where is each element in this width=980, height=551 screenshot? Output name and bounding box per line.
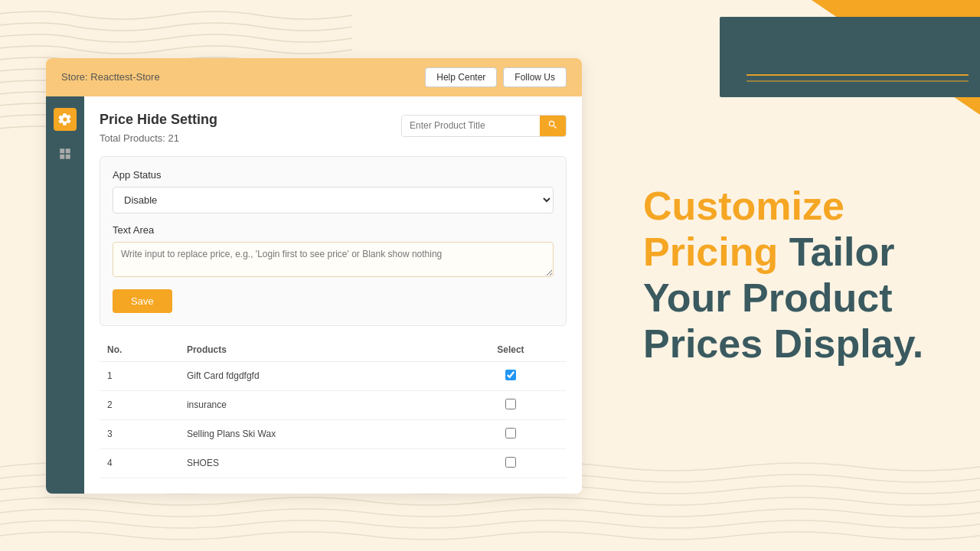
search-bar [401,115,567,137]
total-products: Total Products: 21 [100,132,217,144]
store-name: Store: Reacttest-Store [61,71,160,83]
table-cell-select [455,390,567,419]
product-checkbox[interactable] [505,370,516,380]
table-cell-product: Gift Card fdgdfgfd [179,361,455,390]
promo-line-3: Your Product [643,276,934,321]
help-center-button[interactable]: Help Center [425,67,497,87]
table-cell-select [455,419,567,448]
customize-headline: Customize Pricing Tailor Your Product Pr… [643,184,934,367]
col-header-no: No. [100,338,179,362]
text-area-input[interactable] [113,242,554,277]
follow-us-button[interactable]: Follow Us [503,67,567,87]
promo-highlight-1: Customize [643,184,844,228]
table-cell-no: 1 [100,361,179,390]
promo-highlight-2: Pricing [643,230,778,274]
table-cell-product: insurance [179,390,455,419]
col-header-products: Products [179,338,455,362]
promo-line-4: Prices Display. [643,321,934,367]
table-cell-no: 3 [100,419,179,448]
panel-body: Price Hide Setting Total Products: 21 [46,96,582,494]
sidebar [46,96,84,494]
header-buttons: Help Center Follow Us [425,67,567,87]
app-status-label: App Status [113,169,554,181]
search-input[interactable] [402,116,540,136]
panel-header: Store: Reacttest-Store Help Center Follo… [46,58,582,96]
table-cell-no: 2 [100,390,179,419]
products-table: No. Products Select 1Gift Card fdgdfgfd2… [100,338,567,478]
product-checkbox[interactable] [505,457,516,468]
promo-normal-2: Tailor [778,230,894,274]
panel-main: Price Hide Setting Total Products: 21 [84,96,582,494]
save-button[interactable]: Save [113,289,172,313]
table-cell-product: Selling Plans Ski Wax [179,419,455,448]
panel-title: Price Hide Setting [100,112,217,128]
settings-card: App Status Enable Disable Text Area Save [100,156,567,326]
table-cell-product: SHOES [179,448,455,478]
table-row: 2insurance [100,390,567,419]
app-status-select[interactable]: Enable Disable [113,187,554,214]
app-panel: Store: Reacttest-Store Help Center Follo… [46,58,582,494]
product-checkbox[interactable] [505,428,516,439]
sidebar-icon-settings[interactable] [54,108,77,131]
table-row: 3Selling Plans Ski Wax [100,419,567,448]
table-row: 4SHOES [100,448,567,478]
product-checkbox[interactable] [505,399,516,409]
sidebar-icon-grid[interactable] [54,142,77,165]
promo-text: Customize Pricing Tailor Your Product Pr… [582,184,934,367]
table-cell-no: 4 [100,448,179,478]
table-cell-select [455,361,567,390]
table-cell-select [455,448,567,478]
table-row: 1Gift Card fdgdfgfd [100,361,567,390]
search-button[interactable] [540,116,566,136]
col-header-select: Select [455,338,567,362]
text-area-label: Text Area [113,224,554,236]
